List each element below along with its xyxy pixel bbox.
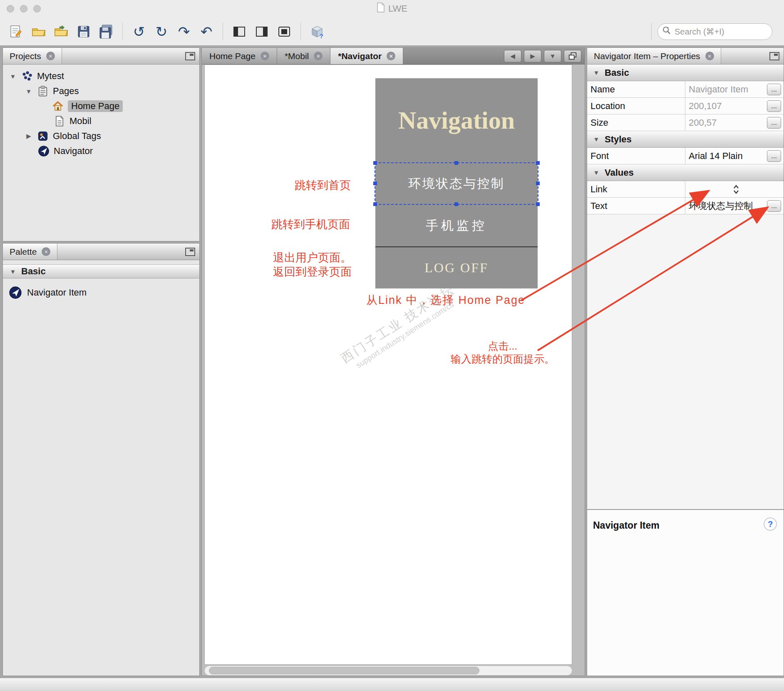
annotation-link: 从Link 中，选择 Home Page [366,293,525,307]
scrollbar-thumb[interactable] [209,667,479,674]
property-row-font: Font Arial 14 Plain ... [587,148,784,164]
annotation-home: 跳转到首页 [295,178,351,192]
palette-tab[interactable]: Palette × [3,244,57,260]
tree-item-pages[interactable]: ▼ Pages [3,84,199,99]
more-button[interactable]: ... [767,200,781,212]
search-icon [662,26,672,37]
collapse-panel-icon[interactable] [185,248,195,256]
maximize-editor-button[interactable] [564,50,581,62]
palette-item-navigator-item[interactable]: Navigator Item [3,286,199,299]
chevron-down-icon[interactable]: ▼ [25,88,33,95]
help-title: Navigator Item [593,520,778,531]
tree-item-label: Global Tags [53,131,101,142]
toolbar-separator [223,23,223,40]
tab-label: *Navigator [338,51,382,61]
navigation-widget[interactable]: Navigation 环境状态与控制 手机监控 LOG OFF [375,78,538,288]
projects-tab[interactable]: Projects × [3,48,62,64]
close-icon[interactable]: × [261,52,269,60]
design-canvas[interactable]: Navigation 环境状态与控制 手机监控 LOG OFF 西门子工业 技术… [204,65,572,665]
close-icon[interactable]: × [46,52,55,60]
close-icon[interactable]: × [314,52,323,60]
selection-handle[interactable] [373,181,377,185]
tab-navigator[interactable]: *Navigator × [330,48,403,64]
tab-mobil[interactable]: *Mobil × [277,48,330,64]
next-tab-button[interactable]: ▶ [524,50,541,62]
toggle-left-panel-button[interactable] [230,22,249,41]
chevron-right-icon[interactable]: ▶ [25,132,33,140]
palette-section-label: Basic [21,266,46,277]
horizontal-scrollbar[interactable] [204,666,572,676]
section-values[interactable]: ▼ Values [587,164,784,181]
selection-handle[interactable] [536,161,540,165]
search-field[interactable]: × [657,23,772,40]
prev-tab-button[interactable]: ◀ [504,50,521,62]
tree-item-label: Mytest [37,71,64,82]
help-panel: Navigator Item ? [587,509,784,676]
save-all-button[interactable] [97,22,116,41]
import-folder-button[interactable] [52,22,71,41]
selection-handle[interactable] [454,202,458,206]
main-toolbar: ↺ ↻ ↷ ↶ ? × [0,17,784,46]
tree-item-navigator[interactable]: Navigator [3,144,199,159]
annotation-click: 点击... 输入跳转的页面提示。 [440,340,565,365]
undo-button[interactable]: ↺ [129,22,149,41]
editor-tab-bar: Home Page × *Mobil × *Navigator × ◀ ▶ ▼ [202,48,585,65]
jump-back-button[interactable]: ↶ [197,22,216,41]
tree-item-label-selected: Home Page [68,100,123,112]
widget-item-mobile[interactable]: 手机监控 [375,205,538,246]
tab-list-dropdown-button[interactable]: ▼ [544,50,561,62]
tab-home-page[interactable]: Home Page × [202,48,277,64]
tree-item-mytest[interactable]: ▼ Mytest [3,69,199,84]
property-label: Size [587,114,685,131]
title-bar: LWE [0,0,784,17]
toggle-right-panel-button[interactable] [252,22,271,41]
global-tags-icon [37,130,49,142]
widget-item-logoff[interactable]: LOG OFF [375,247,538,288]
section-label: Basic [605,67,629,78]
collapse-panel-icon[interactable] [185,52,195,60]
tree-item-label: Mobil [69,116,92,127]
more-button[interactable]: ... [767,100,781,112]
collapse-panel-icon[interactable] [769,52,779,60]
tree-item-global-tags[interactable]: ▶ Global Tags [3,129,199,144]
chevron-down-icon: ▼ [9,268,17,275]
open-folder-button[interactable] [29,22,48,41]
search-input[interactable] [675,27,784,37]
selection-box[interactable] [375,162,538,205]
redo-button[interactable]: ↻ [152,22,171,41]
section-styles[interactable]: ▼ Styles [587,131,784,148]
save-button[interactable] [74,22,93,41]
navigator-icon [9,286,22,299]
home-icon [52,100,64,112]
link-dropdown[interactable] [685,184,784,195]
chevron-down-icon[interactable]: ▼ [9,73,17,80]
navigator-icon [38,145,50,157]
property-label: Text [587,198,685,214]
more-button[interactable]: ... [767,117,781,129]
property-row-link: Link [587,181,784,198]
selection-handle[interactable] [536,181,540,185]
close-icon[interactable]: × [42,247,50,256]
jump-forward-button[interactable]: ↷ [174,22,194,41]
more-button[interactable]: ... [767,150,781,162]
tree-item-mobil[interactable]: Mobil [3,114,199,129]
close-icon[interactable]: × [387,52,395,60]
selection-handle[interactable] [373,202,377,206]
help-icon[interactable]: ? [764,517,777,531]
selection-handle[interactable] [536,202,540,206]
help-cube-button[interactable]: ? [308,22,327,41]
property-label: Location [587,98,685,114]
properties-tab[interactable]: Navigator Item – Properties × [587,48,721,64]
selection-handle[interactable] [373,161,377,165]
selection-handle[interactable] [454,161,458,165]
property-value: 200,107 [685,101,766,112]
close-icon[interactable]: × [705,52,714,60]
tab-controls: ◀ ▶ ▼ [504,48,585,64]
section-basic[interactable]: ▼ Basic [587,65,784,81]
chevron-down-icon: ▼ [592,169,600,176]
palette-section-basic[interactable]: ▼ Basic [3,264,199,278]
new-page-button[interactable] [7,22,26,41]
tree-item-home-page[interactable]: Home Page [3,99,199,114]
screen-view-button[interactable] [275,22,294,41]
more-button[interactable]: ... [767,84,781,95]
